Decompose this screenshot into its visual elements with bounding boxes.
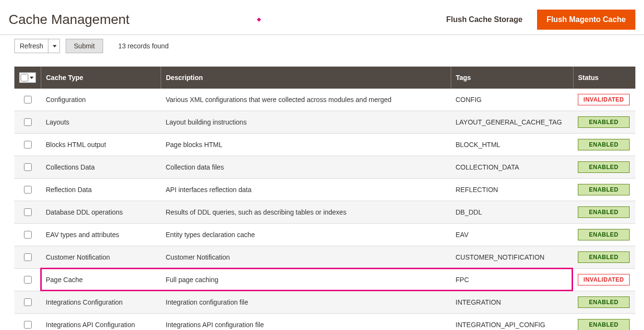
status-cell: INVALIDATED: [573, 89, 635, 111]
table-row: Collections DataCollection data filesCOL…: [14, 156, 635, 179]
row-checkbox[interactable]: [24, 298, 32, 306]
page-header: Cache Management Flush Cache Storage Flu…: [0, 0, 644, 34]
cache-table: Cache Type Description Tags Status Confi…: [14, 67, 635, 330]
description-cell: Various XML configurations that were col…: [161, 89, 451, 111]
status-badge: ENABLED: [578, 319, 630, 330]
table-row: Integrations API ConfigurationIntegratio…: [14, 314, 635, 330]
status-cell: ENABLED: [573, 134, 635, 156]
header-actions: Flush Cache Storage Flush Magento Cache: [446, 10, 635, 30]
row-checkbox[interactable]: [24, 141, 32, 148]
description-cell: Customer Notification: [161, 246, 451, 269]
row-checkbox[interactable]: [24, 208, 32, 216]
tags-cell: EAV: [451, 224, 573, 246]
tags-cell: DB_DDL: [451, 201, 573, 224]
row-checkbox-cell: [14, 224, 41, 246]
row-checkbox[interactable]: [24, 96, 32, 103]
status-badge: ENABLED: [578, 184, 630, 195]
description-cell: Results of DDL queries, such as describi…: [161, 201, 451, 224]
status-cell: ENABLED: [573, 201, 635, 224]
row-checkbox-cell: [14, 89, 41, 111]
status-badge: ENABLED: [578, 251, 630, 263]
status-badge: INVALIDATED: [578, 274, 630, 285]
row-checkbox-cell: [14, 134, 41, 156]
row-checkbox-cell: [14, 291, 41, 314]
tags-cell: CUSTOMER_NOTIFICATION: [451, 246, 573, 269]
select-all-checkbox[interactable]: [21, 74, 28, 81]
cache-type-cell: Collections Data: [41, 156, 161, 179]
cache-type-cell: EAV types and attributes: [41, 224, 161, 246]
row-checkbox[interactable]: [24, 163, 32, 171]
row-checkbox-cell: [14, 179, 41, 201]
status-cell: INVALIDATED: [573, 269, 635, 291]
status-cell: ENABLED: [573, 314, 635, 330]
mass-action-value: Refresh: [15, 39, 48, 53]
tags-cell: INTEGRATION: [451, 291, 573, 314]
toolbar: Refresh Submit 13 records found: [0, 34, 644, 57]
status-badge: ENABLED: [578, 139, 630, 150]
table-row: Integrations ConfigurationIntegration co…: [14, 291, 635, 314]
cache-type-cell: Configuration: [41, 89, 161, 111]
cache-type-cell: Database DDL operations: [41, 201, 161, 224]
description-cell: API interfaces reflection data: [161, 179, 451, 201]
description-cell: Collection data files: [161, 156, 451, 179]
row-checkbox-cell: [14, 156, 41, 179]
page-title: Cache Management: [9, 12, 129, 27]
submit-button[interactable]: Submit: [66, 39, 103, 53]
table-row: ConfigurationVarious XML configurations …: [14, 89, 635, 111]
cache-type-cell: Integrations API Configuration: [41, 314, 161, 330]
select-all-control[interactable]: [19, 72, 36, 83]
table-row: Blocks HTML outputPage blocks HTMLBLOCK_…: [14, 134, 635, 156]
status-badge: ENABLED: [578, 116, 630, 128]
status-badge: ENABLED: [578, 229, 630, 240]
cache-type-cell: Layouts: [41, 111, 161, 134]
cache-type-cell: Page Cache: [41, 269, 161, 291]
table-row: Customer NotificationCustomer Notificati…: [14, 246, 635, 269]
status-cell: ENABLED: [573, 246, 635, 269]
tags-cell: INTEGRATION_API_CONFIG: [451, 314, 573, 330]
table-header-row: Cache Type Description Tags Status: [14, 67, 635, 89]
chevron-down-icon: [53, 45, 57, 47]
description-cell: Page blocks HTML: [161, 134, 451, 156]
table-row: LayoutsLayout building instructionsLAYOU…: [14, 111, 635, 134]
status-badge: INVALIDATED: [578, 94, 630, 105]
status-cell: ENABLED: [573, 111, 635, 134]
table-row: Page CacheFull page cachingFPCINVALIDATE…: [14, 269, 635, 291]
mass-action-dropdown[interactable]: [48, 39, 59, 53]
header-cache-type: Cache Type: [41, 67, 161, 89]
cache-type-cell: Customer Notification: [41, 246, 161, 269]
description-cell: Entity types declaration cache: [161, 224, 451, 246]
description-cell: Full page caching: [161, 269, 451, 291]
cache-type-cell: Integrations Configuration: [41, 291, 161, 314]
status-badge: ENABLED: [578, 206, 630, 218]
table-row: Reflection DataAPI interfaces reflection…: [14, 179, 635, 201]
row-checkbox[interactable]: [24, 276, 32, 284]
header-select-all: [14, 67, 41, 89]
tags-cell: CONFIG: [451, 89, 573, 111]
tags-cell: COLLECTION_DATA: [451, 156, 573, 179]
row-checkbox[interactable]: [24, 186, 32, 193]
status-cell: ENABLED: [573, 156, 635, 179]
records-found-label: 13 records found: [118, 42, 169, 50]
status-cell: ENABLED: [573, 291, 635, 314]
status-cell: ENABLED: [573, 224, 635, 246]
flush-magento-cache-button[interactable]: Flush Magento Cache: [537, 10, 635, 30]
description-cell: Layout building instructions: [161, 111, 451, 134]
table-row: Database DDL operationsResults of DDL qu…: [14, 201, 635, 224]
status-badge: ENABLED: [578, 296, 630, 308]
cache-type-cell: Reflection Data: [41, 179, 161, 201]
row-checkbox[interactable]: [24, 231, 32, 239]
row-checkbox-cell: [14, 201, 41, 224]
tags-cell: BLOCK_HTML: [451, 134, 573, 156]
row-checkbox[interactable]: [24, 253, 32, 261]
row-checkbox[interactable]: [24, 321, 32, 329]
description-cell: Integration configuration file: [161, 291, 451, 314]
table-row: EAV types and attributesEntity types dec…: [14, 224, 635, 246]
cache-table-wrap: Cache Type Description Tags Status Confi…: [0, 57, 644, 330]
mass-action-select[interactable]: Refresh: [14, 39, 60, 53]
header-description: Description: [161, 67, 451, 89]
chevron-down-icon: [30, 77, 34, 79]
flush-cache-storage-button[interactable]: Flush Cache Storage: [446, 15, 522, 24]
description-cell: Integrations API configuration file: [161, 314, 451, 330]
row-checkbox[interactable]: [24, 118, 32, 126]
row-checkbox-cell: [14, 314, 41, 330]
